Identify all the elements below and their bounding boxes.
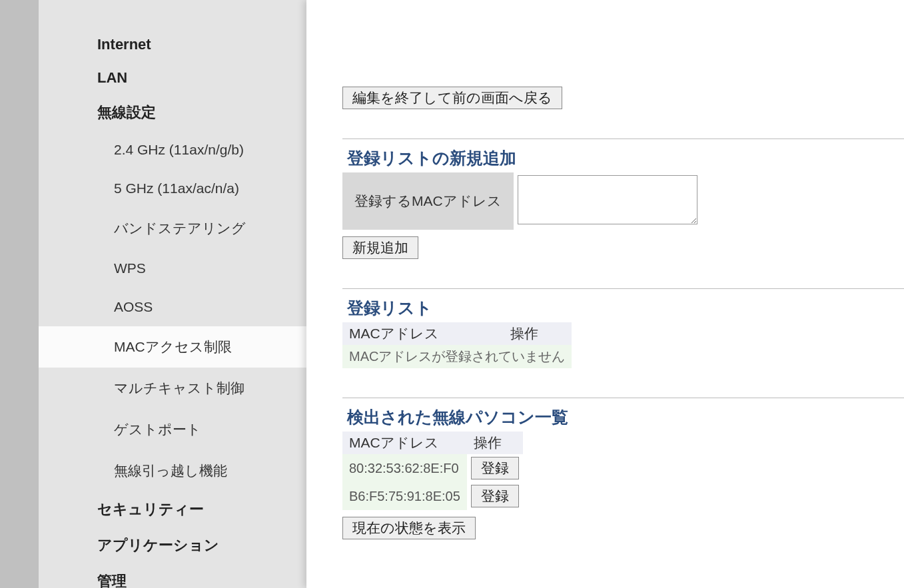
nav-sub-mac-access[interactable]: MACアクセス制限 [39,326,306,368]
nav-sub-band-steering[interactable]: バンドステアリング [39,208,306,249]
nav-sub-24ghz[interactable]: 2.4 GHz (11ax/n/g/b) [39,131,306,169]
nav-admin[interactable]: 管理 [39,563,306,588]
detected-mac-value: B6:F5:75:91:8E:05 [342,482,467,510]
list-empty-message: MACアドレスが登録されていません [342,345,572,368]
nav-sub-multicast[interactable]: マルチキャスト制御 [39,368,306,409]
add-mac-label: 登録するMACアドレス [342,172,514,230]
show-current-status-button[interactable]: 現在の状態を表示 [342,517,476,539]
sidebar: Internet LAN 無線設定 2.4 GHz (11ax/n/g/b) 5… [39,0,306,588]
nav-sub-guest-port[interactable]: ゲストポート [39,409,306,450]
register-button[interactable]: 登録 [471,485,519,507]
nav-application[interactable]: アプリケーション [39,527,306,563]
list-section-title: 登録リスト [342,289,904,322]
registered-list-table: MACアドレス 操作 MACアドレスが登録されていません [342,322,572,368]
register-button[interactable]: 登録 [471,457,519,479]
add-section-title: 登録リストの新規追加 [342,139,904,172]
nav-wireless[interactable]: 無線設定 [39,95,306,131]
main-content: 編集を終了して前の画面へ戻る 登録リストの新規追加 登録するMACアドレス 新規… [306,0,904,588]
nav-sub-aoss[interactable]: AOSS [39,288,306,326]
nav-sub-5ghz[interactable]: 5 GHz (11ax/ac/n/a) [39,169,306,208]
window-edge-strip [0,0,39,588]
detected-mac-value: 80:32:53:62:8E:F0 [342,454,467,482]
nav-sub-wireless-move[interactable]: 無線引っ越し機能 [39,450,306,491]
nav-lan[interactable]: LAN [39,61,306,95]
list-col-op: 操作 [504,322,572,345]
nav-internet[interactable]: Internet [39,28,306,61]
add-new-button[interactable]: 新規追加 [342,236,418,259]
mac-address-input[interactable] [518,175,697,224]
detected-col-mac: MACアドレス [342,432,467,454]
table-row: 80:32:53:62:8E:F0 登録 [342,454,523,482]
list-col-mac: MACアドレス [342,322,504,345]
back-button[interactable]: 編集を終了して前の画面へ戻る [342,87,562,109]
detected-list-table: MACアドレス 操作 80:32:53:62:8E:F0 登録 B6:F5:75… [342,432,523,510]
detected-section-title: 検出された無線パソコン一覧 [342,398,904,432]
nav-sub-wps[interactable]: WPS [39,249,306,288]
table-row: B6:F5:75:91:8E:05 登録 [342,482,523,510]
add-mac-table: 登録するMACアドレス [342,172,701,230]
detected-col-op: 操作 [467,432,523,454]
nav-security[interactable]: セキュリティー [39,491,306,527]
